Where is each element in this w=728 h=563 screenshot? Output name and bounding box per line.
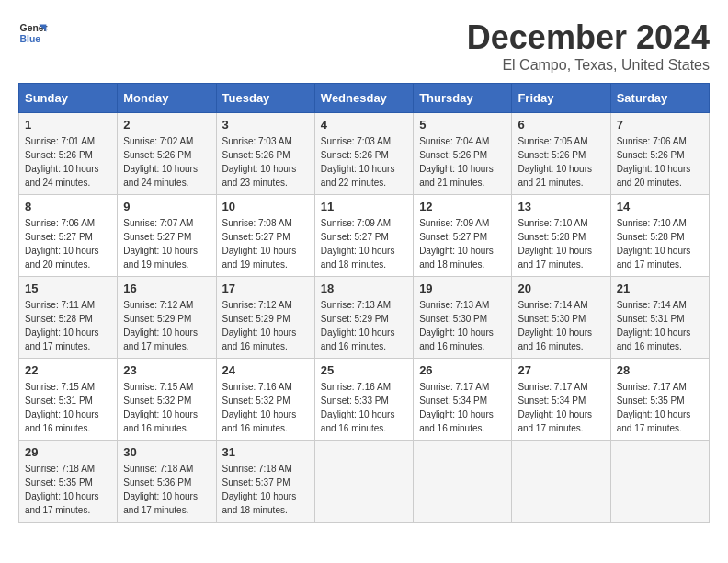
day-number: 26 — [419, 363, 506, 377]
day-number: 8 — [25, 200, 111, 213]
calendar-cell: 19 Sunrise: 7:13 AM Sunset: 5:30 PM Dayl… — [414, 277, 512, 359]
calendar-cell — [414, 441, 512, 523]
day-info: Sunrise: 7:04 AM Sunset: 5:26 PM Dayligh… — [419, 134, 506, 190]
day-number: 10 — [222, 200, 309, 213]
day-number: 30 — [123, 445, 210, 459]
calendar-cell — [512, 441, 610, 523]
weekday-header-saturday: Saturday — [610, 84, 709, 113]
day-info: Sunrise: 7:10 AM Sunset: 5:28 PM Dayligh… — [617, 216, 703, 271]
day-info: Sunrise: 7:14 AM Sunset: 5:31 PM Dayligh… — [617, 298, 703, 353]
day-number: 21 — [617, 282, 703, 295]
calendar-body: 1 Sunrise: 7:01 AM Sunset: 5:26 PM Dayli… — [19, 113, 710, 523]
day-number: 7 — [617, 118, 703, 132]
day-number: 31 — [222, 445, 309, 459]
day-info: Sunrise: 7:18 AM Sunset: 5:36 PM Dayligh… — [123, 462, 210, 517]
calendar-cell: 27 Sunrise: 7:17 AM Sunset: 5:34 PM Dayl… — [512, 359, 610, 441]
calendar-week-3: 15 Sunrise: 7:11 AM Sunset: 5:28 PM Dayl… — [19, 277, 710, 359]
day-number: 12 — [419, 200, 506, 213]
calendar-cell: 6 Sunrise: 7:05 AM Sunset: 5:26 PM Dayli… — [512, 113, 610, 195]
calendar-cell: 13 Sunrise: 7:10 AM Sunset: 5:28 PM Dayl… — [512, 195, 610, 277]
calendar-cell: 4 Sunrise: 7:03 AM Sunset: 5:26 PM Dayli… — [314, 113, 413, 195]
day-info: Sunrise: 7:10 AM Sunset: 5:28 PM Dayligh… — [518, 216, 604, 271]
header: General Blue December 2024 El Campo, Tex… — [18, 18, 710, 74]
calendar-cell: 8 Sunrise: 7:06 AM Sunset: 5:27 PM Dayli… — [19, 195, 118, 277]
weekday-header-thursday: Thursday — [414, 84, 512, 113]
calendar-cell: 15 Sunrise: 7:11 AM Sunset: 5:28 PM Dayl… — [19, 277, 118, 359]
logo: General Blue — [18, 18, 48, 48]
day-number: 4 — [321, 118, 407, 132]
day-info: Sunrise: 7:11 AM Sunset: 5:28 PM Dayligh… — [25, 298, 111, 353]
day-number: 22 — [25, 363, 111, 377]
day-info: Sunrise: 7:06 AM Sunset: 5:26 PM Dayligh… — [617, 134, 703, 190]
day-number: 17 — [222, 282, 309, 295]
day-info: Sunrise: 7:18 AM Sunset: 5:35 PM Dayligh… — [25, 462, 111, 517]
day-info: Sunrise: 7:09 AM Sunset: 5:27 PM Dayligh… — [321, 216, 407, 271]
day-info: Sunrise: 7:12 AM Sunset: 5:29 PM Dayligh… — [123, 298, 210, 353]
calendar-week-1: 1 Sunrise: 7:01 AM Sunset: 5:26 PM Dayli… — [19, 113, 710, 195]
calendar-week-4: 22 Sunrise: 7:15 AM Sunset: 5:31 PM Dayl… — [19, 359, 710, 441]
day-number: 23 — [123, 363, 210, 377]
day-info: Sunrise: 7:07 AM Sunset: 5:27 PM Dayligh… — [123, 216, 210, 271]
day-info: Sunrise: 7:15 AM Sunset: 5:31 PM Dayligh… — [25, 380, 111, 435]
calendar-table: SundayMondayTuesdayWednesdayThursdayFrid… — [18, 83, 710, 523]
day-number: 5 — [419, 118, 506, 132]
day-number: 24 — [222, 363, 309, 377]
calendar-cell: 2 Sunrise: 7:02 AM Sunset: 5:26 PM Dayli… — [118, 113, 216, 195]
calendar-cell: 23 Sunrise: 7:15 AM Sunset: 5:32 PM Dayl… — [118, 359, 216, 441]
calendar-cell: 24 Sunrise: 7:16 AM Sunset: 5:32 PM Dayl… — [216, 359, 314, 441]
day-info: Sunrise: 7:16 AM Sunset: 5:32 PM Dayligh… — [222, 380, 309, 435]
logo-icon: General Blue — [18, 18, 48, 48]
day-info: Sunrise: 7:17 AM Sunset: 5:35 PM Dayligh… — [617, 380, 703, 435]
calendar-cell: 18 Sunrise: 7:13 AM Sunset: 5:29 PM Dayl… — [314, 277, 413, 359]
day-number: 6 — [518, 118, 604, 132]
weekday-header-sunday: Sunday — [19, 84, 118, 113]
calendar-week-2: 8 Sunrise: 7:06 AM Sunset: 5:27 PM Dayli… — [19, 195, 710, 277]
day-info: Sunrise: 7:03 AM Sunset: 5:26 PM Dayligh… — [321, 134, 407, 190]
day-number: 16 — [123, 282, 210, 295]
weekday-header-monday: Monday — [118, 84, 216, 113]
weekday-header-friday: Friday — [512, 84, 610, 113]
day-info: Sunrise: 7:02 AM Sunset: 5:26 PM Dayligh… — [123, 134, 210, 190]
calendar-cell: 26 Sunrise: 7:17 AM Sunset: 5:34 PM Dayl… — [414, 359, 512, 441]
day-info: Sunrise: 7:14 AM Sunset: 5:30 PM Dayligh… — [518, 298, 604, 353]
day-info: Sunrise: 7:03 AM Sunset: 5:26 PM Dayligh… — [222, 134, 309, 190]
calendar-cell: 3 Sunrise: 7:03 AM Sunset: 5:26 PM Dayli… — [216, 113, 314, 195]
calendar-cell: 21 Sunrise: 7:14 AM Sunset: 5:31 PM Dayl… — [610, 277, 709, 359]
day-number: 25 — [321, 363, 407, 377]
calendar-cell — [314, 441, 413, 523]
calendar-cell: 20 Sunrise: 7:14 AM Sunset: 5:30 PM Dayl… — [512, 277, 610, 359]
calendar-cell: 5 Sunrise: 7:04 AM Sunset: 5:26 PM Dayli… — [414, 113, 512, 195]
calendar-cell: 12 Sunrise: 7:09 AM Sunset: 5:27 PM Dayl… — [414, 195, 512, 277]
day-number: 14 — [617, 200, 703, 213]
day-number: 15 — [25, 282, 111, 295]
day-info: Sunrise: 7:15 AM Sunset: 5:32 PM Dayligh… — [123, 380, 210, 435]
day-number: 29 — [25, 445, 111, 459]
calendar-cell: 29 Sunrise: 7:18 AM Sunset: 5:35 PM Dayl… — [19, 441, 118, 523]
day-number: 2 — [123, 118, 210, 132]
title-section: December 2024 El Campo, Texas, United St… — [467, 18, 710, 74]
calendar-title: December 2024 — [467, 18, 710, 57]
calendar-cell: 7 Sunrise: 7:06 AM Sunset: 5:26 PM Dayli… — [610, 113, 709, 195]
calendar-cell: 17 Sunrise: 7:12 AM Sunset: 5:29 PM Dayl… — [216, 277, 314, 359]
day-info: Sunrise: 7:06 AM Sunset: 5:27 PM Dayligh… — [25, 216, 111, 271]
svg-text:Blue: Blue — [20, 34, 41, 44]
calendar-subtitle: El Campo, Texas, United States — [467, 57, 710, 74]
day-info: Sunrise: 7:12 AM Sunset: 5:29 PM Dayligh… — [222, 298, 309, 353]
calendar-cell: 14 Sunrise: 7:10 AM Sunset: 5:28 PM Dayl… — [610, 195, 709, 277]
calendar-cell: 31 Sunrise: 7:18 AM Sunset: 5:37 PM Dayl… — [216, 441, 314, 523]
calendar-cell: 1 Sunrise: 7:01 AM Sunset: 5:26 PM Dayli… — [19, 113, 118, 195]
calendar-cell: 30 Sunrise: 7:18 AM Sunset: 5:36 PM Dayl… — [118, 441, 216, 523]
day-number: 20 — [518, 282, 604, 295]
day-info: Sunrise: 7:18 AM Sunset: 5:37 PM Dayligh… — [222, 462, 309, 517]
day-number: 13 — [518, 200, 604, 213]
day-info: Sunrise: 7:09 AM Sunset: 5:27 PM Dayligh… — [419, 216, 506, 271]
day-number: 18 — [321, 282, 407, 295]
calendar-cell — [610, 441, 709, 523]
day-number: 19 — [419, 282, 506, 295]
weekday-header-row: SundayMondayTuesdayWednesdayThursdayFrid… — [19, 84, 710, 113]
calendar-cell: 10 Sunrise: 7:08 AM Sunset: 5:27 PM Dayl… — [216, 195, 314, 277]
day-number: 28 — [617, 363, 703, 377]
day-number: 3 — [222, 118, 309, 132]
day-number: 9 — [123, 200, 210, 213]
day-info: Sunrise: 7:17 AM Sunset: 5:34 PM Dayligh… — [518, 380, 604, 435]
